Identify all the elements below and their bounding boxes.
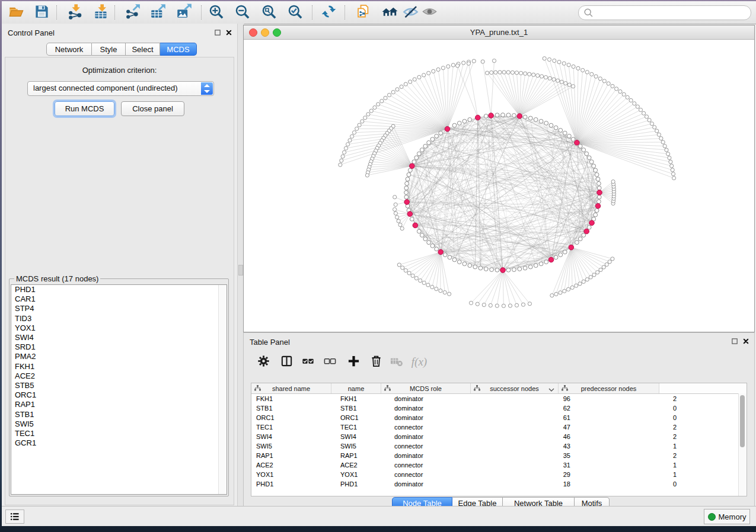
mcds-result-item[interactable]: SWI4 [11, 333, 227, 342]
cell-predecessor-nodes: 0 [576, 479, 682, 489]
select-all-button[interactable] [298, 352, 318, 372]
add-button[interactable] [343, 352, 363, 372]
import-network-button[interactable] [65, 3, 85, 22]
save-button[interactable] [31, 3, 52, 22]
mcds-result-item[interactable]: SWI5 [11, 419, 227, 429]
table-row[interactable]: YOX1YOX1connector291 [251, 470, 747, 479]
export-table-button[interactable] [148, 3, 168, 22]
memory-button[interactable]: Memory [704, 509, 750, 524]
cell-MCDS-role: connector [390, 441, 483, 451]
column-header-MCDS-role[interactable]: MCDS role [381, 383, 471, 393]
search-box [578, 5, 751, 20]
run-mcds-button[interactable]: Run MCDS [55, 101, 114, 116]
columns-button[interactable] [276, 352, 296, 372]
hide-selected-button[interactable] [400, 3, 420, 22]
refresh-icon [321, 4, 337, 22]
tab-network[interactable]: Network [46, 43, 92, 56]
table-header-row: shared namenameMCDS rolesuccessor nodesp… [251, 383, 747, 394]
close-panel-button[interactable]: Close panel [121, 101, 184, 116]
cell-name: SWI4 [336, 432, 390, 441]
mcds-result-item[interactable]: TID3 [11, 314, 227, 323]
tab-style[interactable]: Style [92, 43, 126, 56]
table-row[interactable]: TEC1TEC1connector472 [251, 422, 747, 432]
column-label: name [348, 385, 365, 392]
columns-icon [280, 354, 294, 370]
mcds-result-item[interactable]: RAP1 [11, 400, 227, 409]
column-tree-icon [562, 385, 568, 392]
table-toolbar: f(x) [244, 348, 754, 376]
mcds-list-scrollbar[interactable] [218, 285, 227, 494]
node-table: shared namenameMCDS rolesuccessor nodesp… [251, 383, 747, 496]
first-neighbors-icon [382, 4, 398, 22]
show-all-button[interactable] [419, 3, 439, 22]
float-table-panel-icon[interactable] [730, 336, 739, 345]
mcds-result-item[interactable]: STP4 [11, 304, 227, 313]
refresh-button[interactable] [318, 3, 339, 22]
cell-MCDS-role: connector [390, 460, 483, 470]
column-header-successor-nodes[interactable]: successor nodes [471, 383, 559, 393]
zoom-out-button[interactable] [232, 3, 252, 22]
zoom-fit-button[interactable] [259, 3, 279, 22]
mcds-result-item[interactable]: FKH1 [11, 362, 227, 371]
mcds-result-item[interactable]: PHD1 [11, 285, 227, 294]
mcds-result-item[interactable]: ACE2 [11, 371, 227, 381]
mcds-result-item[interactable]: STB5 [11, 381, 227, 390]
mcds-result-item[interactable]: YOX1 [11, 323, 227, 333]
mcds-result-item[interactable]: SRD1 [11, 342, 227, 352]
export-network-button[interactable] [122, 3, 142, 22]
zoom-in-button[interactable] [206, 3, 226, 22]
cell-shared-name: YOX1 [251, 470, 336, 479]
cell-name: SWI5 [336, 441, 390, 451]
cell-predecessor-nodes: 2 [576, 432, 682, 441]
close-table-panel-icon[interactable] [741, 336, 751, 345]
optimization-criterion-select[interactable]: largest connected component (undirected) [27, 81, 214, 96]
column-header-predecessor-nodes[interactable]: predecessor nodes [559, 383, 659, 393]
control-panel-title: Control Panel [8, 28, 55, 37]
cell-shared-name: FKH1 [251, 394, 336, 403]
mcds-result-item[interactable]: ORC1 [11, 390, 227, 400]
splitter-handle[interactable] [238, 265, 243, 275]
close-panel-icon[interactable] [224, 28, 234, 37]
open-button[interactable] [6, 3, 26, 22]
mcds-result-item[interactable]: TEC1 [11, 429, 227, 438]
mcds-result-group: MCDS result (17 nodes) PHD1CAR1STP4TID3Y… [9, 274, 229, 496]
search-input[interactable] [595, 7, 751, 18]
cell-name: PHD1 [336, 479, 390, 489]
table-row[interactable]: STB1STB1dominator620 [251, 403, 747, 413]
deselect-all-button[interactable] [320, 352, 340, 372]
mcds-result-item[interactable]: CAR1 [11, 294, 227, 304]
table-row[interactable]: SWI5SWI5connector431 [251, 441, 747, 451]
table-row[interactable]: FKH1FKH1dominator962 [251, 394, 747, 403]
mcds-result-item[interactable]: STB1 [11, 410, 227, 419]
delete-table-icon [390, 354, 403, 370]
mcds-result-item[interactable]: PMA2 [11, 352, 227, 361]
export-image-button[interactable] [174, 3, 194, 22]
import-table-button[interactable] [91, 3, 111, 22]
new-network-from-selection-button[interactable] [353, 3, 373, 22]
column-header-name[interactable]: name [331, 383, 381, 393]
export-table-icon [150, 4, 166, 22]
table-row[interactable]: ORC1ORC1dominator610 [251, 413, 747, 422]
function-builder-icon: f(x) [412, 355, 427, 368]
task-history-button[interactable] [5, 509, 24, 524]
mcds-result-item[interactable]: GCR1 [11, 438, 227, 448]
optimization-criterion-label: Optimization criterion: [5, 66, 234, 75]
table-row[interactable]: SWI4SWI4dominator462 [251, 432, 747, 441]
zoom-selected-button[interactable] [285, 3, 305, 22]
network-window-titlebar[interactable]: YPA_prune.txt_1 [244, 25, 754, 40]
column-tree-icon [474, 385, 480, 392]
table-scrollbar[interactable] [738, 393, 747, 496]
first-neighbors-button[interactable] [379, 3, 400, 22]
column-header-shared-name[interactable]: shared name [251, 383, 331, 393]
delete-button[interactable] [366, 352, 386, 372]
table-row[interactable]: PHD1PHD1dominator180 [251, 479, 747, 489]
table-row[interactable]: ACE2ACE2connector311 [251, 460, 747, 470]
settings-button[interactable] [253, 352, 273, 372]
table-row[interactable]: RAP1RAP1dominator352 [251, 451, 747, 460]
tab-mcds[interactable]: MCDS [160, 43, 197, 56]
network-canvas[interactable] [244, 40, 754, 332]
table-scrollbar-thumb[interactable] [740, 395, 745, 447]
tab-select[interactable]: Select [126, 43, 160, 56]
float-panel-icon[interactable] [213, 28, 222, 37]
hide-selected-icon [403, 4, 419, 22]
